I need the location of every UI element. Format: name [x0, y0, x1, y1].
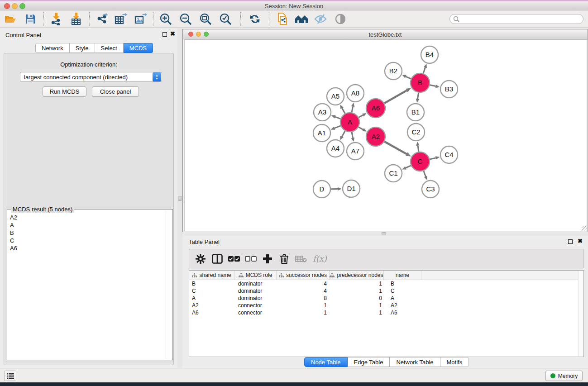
- edge-C-C3[interactable]: [424, 171, 426, 176]
- result-list-item[interactable]: A6: [8, 244, 166, 252]
- open-file-icon[interactable]: [4, 12, 17, 26]
- table-cell[interactable]: [421, 295, 579, 302]
- tab-style[interactable]: Style: [70, 43, 95, 53]
- export-image-icon[interactable]: [134, 12, 148, 26]
- edge-A-A3[interactable]: [335, 117, 340, 119]
- table-cell[interactable]: A2: [189, 302, 234, 309]
- table-cell[interactable]: A: [189, 295, 234, 302]
- edge-B-B3[interactable]: [430, 85, 435, 86]
- tab-select[interactable]: Select: [95, 43, 124, 53]
- edge-C-C4[interactable]: [430, 158, 435, 159]
- table-cell[interactable]: A6: [189, 309, 234, 316]
- network-window-titlebar[interactable]: testGlobe.txt: [183, 29, 588, 39]
- table-cell[interactable]: A: [384, 295, 421, 302]
- table-cell[interactable]: 1: [330, 309, 384, 316]
- edge-A-A2[interactable]: [359, 127, 363, 130]
- tab-mcds[interactable]: MCDS: [124, 43, 153, 53]
- table-cell[interactable]: [421, 287, 579, 295]
- mcds-result-list[interactable]: A2ABCA6: [8, 214, 166, 359]
- zoom-selected-icon[interactable]: [219, 12, 232, 26]
- close-panel-button[interactable]: Close panel: [92, 86, 139, 97]
- result-list-item[interactable]: B: [8, 229, 166, 237]
- table-cell[interactable]: C: [189, 287, 234, 295]
- table-cell[interactable]: dominator: [234, 280, 277, 287]
- table-cell[interactable]: 1: [277, 309, 330, 316]
- edge-A-A5[interactable]: [342, 108, 345, 114]
- delete-table-icon[interactable]: [295, 253, 307, 265]
- table-cell[interactable]: 1: [330, 287, 384, 295]
- table-cell[interactable]: [421, 302, 579, 309]
- export-table-icon[interactable]: [114, 12, 128, 26]
- optimization-criterion-select[interactable]: largest connected component (directed) ▲…: [20, 72, 162, 82]
- edge-C-C1[interactable]: [406, 166, 411, 168]
- float-table-panel-icon[interactable]: [568, 239, 573, 244]
- table-cell[interactable]: connector: [234, 302, 277, 309]
- close-table-panel-icon[interactable]: ✖: [578, 238, 583, 244]
- table-cell[interactable]: C: [384, 287, 421, 295]
- column-header-successor-nodes[interactable]: successor nodes: [277, 271, 330, 280]
- first-neighbors-icon[interactable]: [295, 12, 308, 26]
- edge-B-B2[interactable]: [406, 76, 411, 79]
- deselect-all-icon[interactable]: [245, 253, 257, 265]
- result-list-item[interactable]: C: [8, 237, 166, 244]
- resize-grip-icon[interactable]: [582, 226, 587, 231]
- edge-C-C2[interactable]: [418, 146, 419, 152]
- result-list-item[interactable]: A: [8, 221, 166, 229]
- search-box[interactable]: [449, 14, 583, 24]
- refresh-icon[interactable]: [248, 12, 262, 26]
- column-header-predecessor-nodes[interactable]: predecessor nodes: [330, 271, 384, 280]
- vertical-splitter[interactable]: [177, 28, 182, 368]
- edge-A-A7[interactable]: [352, 132, 353, 138]
- import-network-icon[interactable]: [49, 12, 63, 26]
- table-cell[interactable]: 1: [277, 302, 330, 309]
- columns-icon[interactable]: [211, 253, 223, 265]
- hide-selected-icon[interactable]: [314, 12, 327, 26]
- table-row[interactable]: A6connector11A6: [189, 309, 583, 316]
- table-row[interactable]: Bdominator41B: [189, 280, 583, 287]
- table-cell[interactable]: 4: [277, 287, 330, 295]
- import-table-icon[interactable]: [69, 12, 83, 26]
- tab-network[interactable]: Network: [35, 43, 70, 53]
- delete-icon[interactable]: [278, 253, 290, 265]
- task-history-button[interactable]: [5, 371, 16, 381]
- tab-network-table[interactable]: Network Table: [390, 357, 440, 367]
- copy-network-icon[interactable]: [276, 12, 289, 26]
- table-cell[interactable]: B: [384, 280, 421, 287]
- table-cell[interactable]: 1: [330, 302, 384, 309]
- table-cell[interactable]: dominator: [234, 295, 277, 302]
- column-header-MCDS-role[interactable]: MCDS role: [234, 271, 277, 280]
- search-input[interactable]: [459, 15, 583, 23]
- horizontal-splitter-handle[interactable]: [382, 232, 386, 235]
- tab-motifs[interactable]: Motifs: [440, 357, 469, 367]
- export-network-icon[interactable]: [95, 12, 109, 26]
- float-panel-icon[interactable]: [163, 32, 167, 37]
- edge-A-A1[interactable]: [335, 126, 341, 128]
- edge-A2-C[interactable]: [384, 142, 406, 154]
- table-cell[interactable]: A2: [384, 302, 421, 309]
- result-scrollbar[interactable]: [166, 210, 172, 359]
- gear-icon[interactable]: [195, 253, 206, 265]
- edge-A6-B[interactable]: [384, 91, 406, 103]
- edge-A-A4[interactable]: [342, 131, 345, 136]
- table-cell[interactable]: connector: [234, 309, 277, 316]
- edge-B-B4[interactable]: [423, 67, 425, 73]
- table-cell[interactable]: [421, 309, 579, 316]
- table-cell[interactable]: 0: [330, 295, 384, 302]
- zoom-fit-icon[interactable]: [199, 12, 212, 26]
- table-cell[interactable]: A6: [384, 309, 421, 316]
- table-row[interactable]: Cdominator41C: [189, 287, 583, 295]
- table-cell[interactable]: [421, 280, 579, 287]
- run-mcds-button[interactable]: Run MCDS: [43, 86, 86, 97]
- table-cell[interactable]: 4: [277, 280, 330, 287]
- table-row[interactable]: A2connector11A2: [189, 302, 583, 309]
- memory-button[interactable]: Memory: [545, 371, 583, 381]
- zoom-out-icon[interactable]: [179, 12, 192, 26]
- show-all-icon[interactable]: [334, 12, 347, 26]
- select-all-icon[interactable]: [228, 253, 240, 265]
- table-cell[interactable]: B: [189, 280, 234, 287]
- column-header-name[interactable]: name: [384, 271, 421, 280]
- edge-A-A6[interactable]: [359, 115, 363, 117]
- splitter-handle[interactable]: [178, 196, 182, 201]
- table-cell[interactable]: dominator: [234, 287, 277, 295]
- table-scrollbar[interactable]: [578, 271, 583, 357]
